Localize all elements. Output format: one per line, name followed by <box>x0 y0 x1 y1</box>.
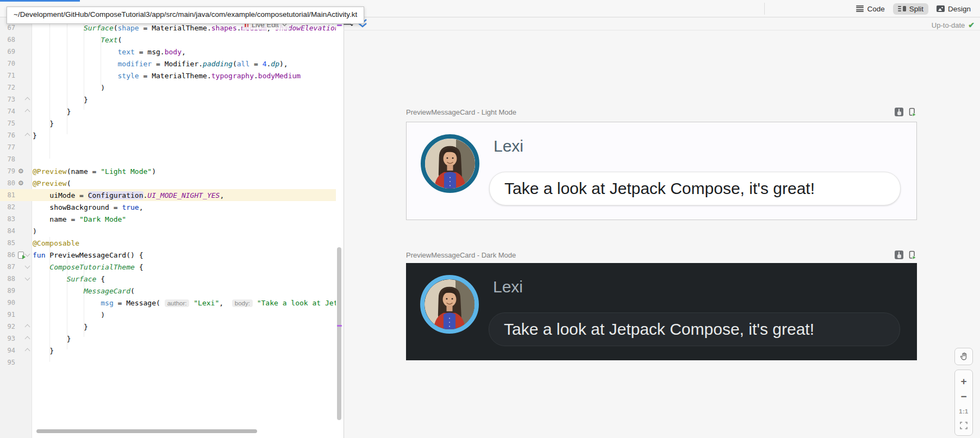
pan-button[interactable] <box>954 348 973 365</box>
code-line[interactable]: 72 ) <box>0 82 336 93</box>
code-line[interactable]: 88 Surface { <box>0 273 336 285</box>
line-number: 70 <box>2 60 15 67</box>
zoom-in-button[interactable]: + <box>960 376 966 386</box>
design-mode-button[interactable]: Design <box>932 3 976 15</box>
code-line[interactable]: 94 } <box>0 345 336 356</box>
code-text: @Composable <box>32 239 79 247</box>
pan-hand-icon <box>959 352 968 361</box>
line-number: 77 <box>2 143 15 151</box>
message-bubble: Take a look at Jetpack Compose, it's gre… <box>489 312 900 346</box>
gutter-icons <box>15 129 32 141</box>
code-text: } <box>32 347 54 355</box>
error-stripe-mark[interactable] <box>337 24 342 26</box>
line-number: 76 <box>2 132 15 139</box>
code-line[interactable]: 80@Preview( <box>0 177 336 189</box>
vertical-scrollbar[interactable] <box>337 247 341 420</box>
split-mode-icon <box>898 5 906 12</box>
fold-marker-icon[interactable] <box>25 324 30 329</box>
fold-marker-icon[interactable] <box>25 251 30 256</box>
interactive-mode-icon[interactable] <box>895 251 903 259</box>
code-line[interactable]: 92 } <box>0 321 336 333</box>
gear-icon[interactable] <box>18 180 24 186</box>
code-line[interactable]: 77 <box>0 141 336 153</box>
code-text: msg = Message( author: "Lexi", body: "Ta… <box>32 299 336 307</box>
gutter-icons <box>15 285 32 297</box>
status-text: Up-to-date <box>932 21 965 29</box>
gutter-icons <box>15 321 32 333</box>
zoom-actual-size-button[interactable]: 1:1 <box>959 406 968 417</box>
gutter-icons <box>15 297 32 309</box>
code-line[interactable]: 90 msg = Message( author: "Lexi", body: … <box>0 297 336 309</box>
preview-title-light: PreviewMessageCard - Light Mode <box>406 108 516 116</box>
fold-marker-icon[interactable] <box>25 336 30 341</box>
code-line[interactable]: 91 ) <box>0 309 336 321</box>
code-line[interactable]: 76} <box>0 129 336 141</box>
line-number: 90 <box>2 299 15 306</box>
preview-card-light[interactable]: Lexi Take a look at Jetpack Compose, it'… <box>406 122 917 220</box>
code-line[interactable]: 95 <box>0 356 336 368</box>
run-on-device-icon[interactable] <box>908 108 916 117</box>
preview-card-dark[interactable]: Lexi Take a look at Jetpack Compose, it'… <box>406 263 917 360</box>
code-line[interactable]: 78 <box>0 153 336 165</box>
error-stripe-mark[interactable] <box>337 325 342 327</box>
message-bubble: Take a look at Jetpack Compose, it's gre… <box>489 172 901 205</box>
horizontal-scrollbar[interactable] <box>36 429 257 433</box>
line-number: 83 <box>2 215 15 223</box>
fold-marker-icon[interactable] <box>25 109 30 114</box>
code-editor[interactable]: 67 Surface(shape = MaterialTheme.shapes.… <box>0 17 344 438</box>
fold-marker-icon[interactable] <box>25 133 30 138</box>
gutter-icons <box>15 333 32 345</box>
code-line[interactable]: 73 } <box>0 93 336 105</box>
message-text: Take a look at Jetpack Compose, it's gre… <box>490 172 900 205</box>
split-mode-button[interactable]: Split <box>893 3 928 15</box>
code-line[interactable]: 87 ComposeTutorialTheme { <box>0 261 336 273</box>
code-line[interactable]: 83 name = "Dark Mode" <box>0 213 336 225</box>
code-line[interactable]: 70 modifier = Modifier.padding(all = 4.d… <box>0 58 336 70</box>
gutter-icons <box>15 356 32 368</box>
line-number: 75 <box>2 120 15 127</box>
zoom-controls: + − 1:1 <box>954 370 973 436</box>
gutter-icons <box>15 213 32 225</box>
code-text: } <box>32 108 71 116</box>
line-number: 92 <box>2 323 15 330</box>
code-line[interactable]: 85@Composable <box>0 237 336 249</box>
run-on-device-icon[interactable] <box>908 251 916 260</box>
code-line[interactable]: 79@Preview(name = "Light Mode") <box>0 165 336 177</box>
gutter-icons <box>15 177 32 189</box>
gutter-icons <box>15 93 32 105</box>
code-line[interactable]: 81 uiMode = Configuration.UI_MODE_NIGHT_… <box>0 189 336 201</box>
code-line[interactable]: 86fun PreviewMessageCard() { <box>0 249 336 261</box>
code-line[interactable]: 68 Text( <box>0 34 336 46</box>
code-text: Text( <box>32 36 122 44</box>
code-line[interactable]: 84) <box>0 225 336 237</box>
code-text: text = msg.body, <box>32 48 186 56</box>
interactive-mode-icon[interactable] <box>895 108 903 116</box>
zoom-out-button[interactable]: − <box>960 391 966 402</box>
code-line[interactable]: 82 showBackground = true, <box>0 201 336 213</box>
code-line[interactable]: 89 MessageCard( <box>0 285 336 297</box>
code-mode-button[interactable]: Code <box>851 3 889 15</box>
line-number: 86 <box>2 251 15 259</box>
line-number: 82 <box>2 203 15 211</box>
code-text: } <box>32 132 37 140</box>
gear-icon[interactable] <box>18 168 24 174</box>
design-mode-label: Design <box>948 5 971 13</box>
fold-marker-icon[interactable] <box>25 348 30 353</box>
code-line[interactable]: 93 } <box>0 333 336 345</box>
gutter-icons <box>15 70 32 82</box>
code-line[interactable]: 69 text = msg.body, <box>0 46 336 58</box>
code-line[interactable]: 75 } <box>0 117 336 129</box>
line-number: 74 <box>2 108 15 115</box>
code-line[interactable]: 74 } <box>0 105 336 117</box>
fold-marker-icon[interactable] <box>25 263 30 268</box>
fold-marker-icon[interactable] <box>25 275 30 280</box>
fold-marker-icon[interactable] <box>25 97 30 102</box>
code-text: uiMode = Configuration.UI_MODE_NIGHT_YES… <box>32 191 224 199</box>
line-number: 69 <box>2 48 15 55</box>
code-line[interactable]: 71 style = MaterialTheme.typography.body… <box>0 70 336 82</box>
zoom-to-fit-icon[interactable] <box>960 422 967 429</box>
code-text: Surface { <box>32 275 105 283</box>
line-number: 78 <box>2 155 15 163</box>
preview-status: Up-to-date ✔ <box>932 21 975 29</box>
run-preview-icon[interactable] <box>18 252 24 259</box>
